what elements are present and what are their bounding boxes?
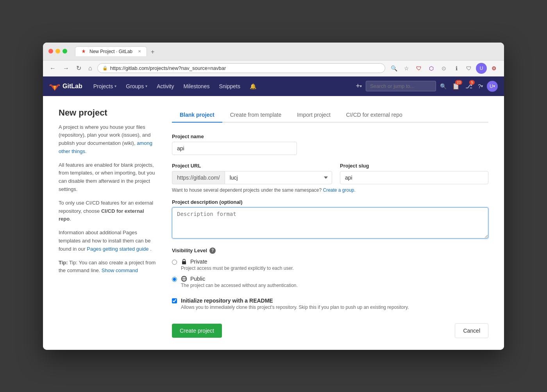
main-content: New project A project is where you house… [43,96,504,350]
create-group-link[interactable]: Create a group. [323,187,355,193]
global-search-input[interactable] [366,81,436,91]
project-url-group: Project URL https://gitlab.com/ lucj [172,163,332,184]
chevron-down-icon: ▾ [114,84,116,88]
nav-item-milestones[interactable]: Milestones [179,77,215,96]
project-slug-group: Project slug [340,163,488,184]
sidebar-tip: Tip: Tip: You can also create a project … [59,259,156,275]
visibility-group: Visibility Level ? Private Projec [172,248,488,288]
project-tabs: Blank project Create from template Impor… [172,108,488,123]
url-slug-row: Project URL https://gitlab.com/ lucj Pro… [172,163,488,193]
menu-btn[interactable]: ⚙ [488,63,499,74]
create-project-button[interactable]: Create project [172,324,222,338]
project-name-input[interactable] [172,142,297,155]
public-option: Public The project can be accessed witho… [172,276,488,288]
minimize-traffic-light[interactable] [55,49,60,53]
form-area: Blank project Create from template Impor… [172,108,488,338]
new-tab-button[interactable]: + [148,48,157,56]
gitlab-logo-text: GitLab [63,83,82,90]
project-name-label: Project name [172,134,488,139]
init-readme-label[interactable]: Initialize repository with a README [181,298,273,304]
public-radio[interactable] [172,277,177,282]
sidebar-para3: To only use CI/CD features for an extern… [59,199,156,223]
traffic-lights [48,49,67,53]
public-desc: The project can be accessed without any … [181,283,488,288]
ext2-btn[interactable]: ⬡ [426,63,437,74]
sidebar-show-command-link[interactable]: Show command [102,267,138,273]
private-desc: Project access must be granted explicitl… [181,265,488,271]
browser-tab-bar: New Project · GitLab ✕ + [75,46,157,56]
help-btn[interactable]: ?▾ [476,82,484,91]
tab-blank-project[interactable]: Blank project [172,108,222,123]
browser-toolbar: ← → ↻ ⌂ 🔒 https://gitlab.com/projects/ne… [43,61,504,77]
ext5-btn[interactable]: 🛡 [463,63,474,74]
tab-title: New Project · GitLab [89,49,132,54]
merge-requests-btn[interactable]: ⎇ 5 [464,81,474,91]
project-url-label: Project URL [172,163,332,169]
namespace-select[interactable]: lucj [225,171,332,184]
reload-button[interactable]: ↻ [74,64,83,73]
visibility-help-icon[interactable]: ? [209,248,216,254]
nav-right: +▾ 🔍 📋 23 ⎇ 5 ?▾ U▾ [354,80,498,92]
init-readme-row: Initialize repository with a README Allo… [172,296,488,310]
ext1-btn[interactable]: 🛡 [413,63,424,74]
project-slug-input[interactable] [340,171,488,184]
sidebar-para2: All features are enabled for blank proje… [59,161,156,194]
nav-item-snippets[interactable]: Snippets [214,77,245,96]
project-name-group: Project name [172,134,488,155]
url-text: https://gitlab.com/projects/new?nav_sour… [110,65,226,71]
search-toolbar-btn[interactable]: 🔍 [388,63,399,74]
globe-icon [181,276,187,282]
nav-item-activity[interactable]: Activity [152,77,179,96]
sidebar: New project A project is where you house… [59,108,156,338]
tab-import-project[interactable]: Import project [289,108,338,123]
sidebar-para1: A project is where you house your files … [59,123,156,156]
private-label[interactable]: Private [190,258,207,265]
form-actions: Create project Cancel [172,319,488,338]
url-prefix-text: https://gitlab.com/ [172,171,225,184]
back-button[interactable]: ← [48,64,58,73]
nav-items: Projects ▾ Groups ▾ Activity Milestones … [89,77,354,96]
tab-create-from-template[interactable]: Create from template [222,108,290,123]
search-btn[interactable]: 🔍 [438,82,448,91]
nav-item-bell[interactable]: 🔔 [245,77,261,96]
user-avatar-nav[interactable]: U▾ [487,81,498,92]
user-avatar-browser[interactable]: U [476,63,487,74]
browser-tab-active[interactable]: New Project · GitLab ✕ [75,46,147,56]
nav-item-projects[interactable]: Projects ▾ [89,77,122,96]
sidebar-para4: Information about additional Pages templ… [59,229,156,253]
plus-menu-btn[interactable]: +▾ [354,80,364,92]
maximize-traffic-light[interactable] [63,49,67,53]
issues-btn[interactable]: 📋 23 [450,81,461,91]
lock-icon: 🔒 [102,66,108,71]
ext4-btn[interactable]: ℹ [451,63,462,74]
forward-button[interactable]: → [61,64,71,73]
description-label: Project description (optional) [172,199,488,205]
browser-toolbar-icons: 🔍 ☆ 🛡 ⬡ ⊙ ℹ 🛡 U ⚙ [388,63,499,74]
gitlab-favicon [81,49,86,54]
home-button[interactable]: ⌂ [86,64,94,73]
page-title: New project [59,108,156,118]
description-input[interactable] [172,207,488,239]
description-group: Project description (optional) [172,199,488,240]
tab-close-btn[interactable]: ✕ [138,49,141,53]
init-readme-checkbox[interactable] [172,298,177,303]
lock-icon [181,258,187,265]
ext3-btn[interactable]: ⊙ [438,63,449,74]
nav-item-groups[interactable]: Groups ▾ [121,77,152,96]
gitlab-logo-icon [49,81,60,92]
private-radio[interactable] [172,260,177,265]
tab-cicd-external[interactable]: CI/CD for external repo [338,108,410,123]
private-option: Private Project access must be granted e… [172,258,488,271]
cancel-button[interactable]: Cancel [455,323,488,338]
namespace-hint: Want to house several dependent projects… [172,187,488,193]
svg-rect-0 [182,261,186,264]
close-traffic-light[interactable] [48,49,53,53]
init-readme-desc: Allows you to immediately clone this pro… [181,305,409,310]
project-slug-label: Project slug [340,163,488,169]
sidebar-pages-link[interactable]: Pages getting started guide [87,246,148,252]
address-bar[interactable]: 🔒 https://gitlab.com/projects/new?nav_so… [97,63,385,73]
public-label[interactable]: Public [190,276,205,282]
gitlab-navbar: GitLab Projects ▾ Groups ▾ Activity Mile… [43,77,504,96]
gitlab-logo[interactable]: GitLab [49,81,82,92]
star-btn[interactable]: ☆ [401,63,412,74]
